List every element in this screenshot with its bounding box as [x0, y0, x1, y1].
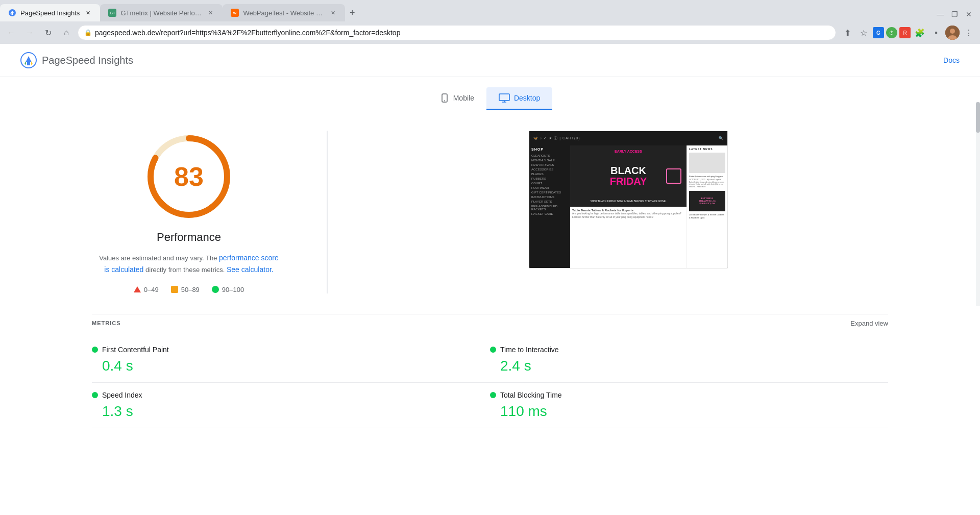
home-button[interactable]: ⌂ [59, 26, 74, 40]
screenshot-hero: EARLY ACCESS BLACK FRIDAY SHOP BLACK FRI… [570, 145, 687, 207]
metric-si-header: Speed Index [92, 391, 490, 399]
svg-text:W: W [233, 11, 237, 15]
red-triangle-icon [134, 286, 141, 292]
mobile-tab[interactable]: Mobile [428, 87, 486, 110]
hero-early-access: EARLY ACCESS [615, 150, 642, 153]
screenshot-section: 🦋 ♪ ✓ ★ ⓘ | CART(0) 🔍 SHOP CLEAROUTS MON… [369, 131, 888, 293]
metric-si-name: Speed Index [102, 391, 142, 399]
forward-button[interactable]: → [22, 26, 37, 40]
profile-avatar[interactable] [945, 26, 960, 40]
calculator-link[interactable]: See calculator. [227, 265, 274, 274]
hero-sub-text: SHOP BLACK FRIDAY NOW & SAVE BEFORE THEY… [590, 200, 666, 203]
extensions-button[interactable]: 🧩 [913, 26, 927, 40]
minimize-button[interactable]: — [935, 9, 945, 19]
menu-button[interactable]: ⋮ [962, 26, 976, 40]
screenshot-content: SHOP CLEAROUTS MONTHLY SALE NEW ARRIVALS… [529, 145, 727, 268]
scrollbar-thumb[interactable] [976, 102, 980, 133]
pagespeed-favicon [8, 9, 16, 17]
legend-range-orange: 50–89 [181, 286, 200, 293]
tab-gtmetrix[interactable]: GT GTmetrix | Website Performance ✕ [100, 4, 223, 21]
hero-text-block: BLACK FRIDAY [610, 165, 647, 187]
sidebar-item-6: RUBBERS [531, 177, 568, 180]
tab-pagespeed-close[interactable]: ✕ [84, 9, 92, 17]
tab-webpagetest-close[interactable]: ✕ [329, 9, 337, 17]
extension-globe[interactable]: G [873, 27, 884, 38]
address-text: pagespeed.web.dev/report?url=https%3A%2F… [95, 29, 400, 37]
extension-red[interactable]: R [899, 27, 911, 38]
metric-tti-value: 2.4 s [490, 358, 888, 374]
orange-square-icon [171, 286, 178, 293]
screenshot-articles-section: Table Tennis Tables & Rackets for Expert… [570, 207, 687, 237]
screenshot-site-icons: 🦋 ♪ ✓ ★ ⓘ | CART(0) [533, 136, 580, 141]
tab-pagespeed[interactable]: PageSpeed Insights ✕ [0, 4, 100, 21]
screenshot-search: 🔍 [719, 136, 723, 140]
sidebar-item-13: RACKET CARE [531, 212, 568, 215]
tab-gtmetrix-title: GTmetrix | Website Performance [120, 9, 202, 17]
metric-tbt-header: Total Blocking Time [490, 391, 888, 399]
article-text: Are you looking for high performance tab… [572, 212, 684, 218]
bookmark-button[interactable]: ☆ [856, 26, 871, 40]
metric-fcp-name: First Contentful Paint [102, 346, 169, 354]
tab-gtmetrix-close[interactable]: ✕ [206, 9, 214, 17]
psi-logo-text: PageSpeed Insights [42, 55, 133, 66]
tab-bar: PageSpeed Insights ✕ GT GTmetrix | Websi… [0, 0, 980, 21]
legend-item-orange: 50–89 [171, 286, 200, 293]
score-circle: 83 [143, 131, 235, 223]
extension-clock[interactable]: ⏱ [886, 27, 897, 38]
sidebar-item-11: PLAYER SETS [531, 200, 568, 203]
metric-tti-name: Time to Interactive [500, 346, 559, 354]
sidebar-item-10: INSTRUCTIONS [531, 195, 568, 199]
share-button[interactable]: ⬆ [840, 26, 854, 40]
main-area: 83 Performance Values are estimated and … [0, 110, 980, 314]
sidebar-item-5: BLADES [531, 173, 568, 176]
docs-link[interactable]: Docs [943, 56, 960, 64]
sidebar-item-1: CLEAROUTS [531, 154, 568, 157]
mobile-tab-label: Mobile [453, 94, 474, 102]
scrollbar[interactable] [976, 102, 980, 306]
metric-fcp: First Contentful Paint 0.4 s [92, 337, 490, 383]
performance-label: Performance [157, 231, 221, 244]
metrics-section: METRICS Expand view First Contentful Pai… [0, 314, 980, 428]
reload-button[interactable]: ↻ [41, 26, 55, 40]
news-date-1: OCTOBER 21, 2021 - My friend Logan's But… [689, 179, 725, 188]
tab-webpagetest[interactable]: W WebPageTest - Website Performa... ✕ [223, 4, 345, 21]
section-divider [327, 131, 328, 293]
sidebar-item-2: MONTHLY SALE [531, 159, 568, 162]
desktop-tab[interactable]: Desktop [486, 87, 552, 110]
lock-icon: 🔒 [84, 29, 92, 36]
expand-view-button[interactable]: Expand view [850, 320, 888, 327]
sidebar-item-4: ACCESSORIES [531, 168, 568, 171]
metrics-grid: First Contentful Paint 0.4 s Time to Int… [92, 337, 888, 428]
tab-webpagetest-title: WebPageTest - Website Performa... [243, 9, 325, 17]
metric-tti: Time to Interactive 2.4 s [490, 337, 888, 383]
news-text-2: 2023 Butterfly Open & Smash Doubles & Ha… [689, 213, 725, 218]
svg-point-8 [444, 101, 445, 102]
metric-tbt: Total Blocking Time 110 ms [490, 383, 888, 428]
screenshot-news-column: LATEST NEWS Butterfly interviews with pi… [687, 145, 727, 268]
psi-logo-icon [20, 52, 37, 68]
metric-tbt-value: 110 ms [490, 403, 888, 420]
psi-logo: PageSpeed Insights [20, 52, 133, 68]
webpagetest-favicon: W [231, 9, 239, 17]
tab-pagespeed-title: PageSpeed Insights [20, 9, 80, 17]
close-button[interactable]: ✕ [964, 9, 974, 19]
screenshot-sidebar: SHOP CLEAROUTS MONTHLY SALE NEW ARRIVALS… [529, 145, 570, 268]
news-image-2: BUTTERFLYJANUARY 14 - 15PLAIN CITY, OH [689, 191, 725, 211]
address-field[interactable]: 🔒 pagespeed.web.dev/report?url=https%3A%… [78, 25, 836, 40]
sidebar-item-12: PRE-ASSEMBLED RACKETS [531, 205, 568, 211]
latest-news-label: LATEST NEWS [689, 148, 725, 151]
sidebar-button[interactable]: ▪ [929, 26, 943, 40]
back-button[interactable]: ← [4, 26, 18, 40]
maximize-button[interactable]: ❐ [949, 9, 960, 19]
gift-box-decoration [666, 168, 681, 184]
news-text-1: Butterfly interviews with ping bloggers [689, 175, 725, 178]
score-section: 83 Performance Values are estimated and … [92, 131, 286, 293]
metric-tbt-dot [490, 392, 496, 398]
legend: 0–49 50–89 90–100 [134, 286, 244, 293]
sidebar-item-8: FOOTWEAR [531, 186, 568, 189]
screenshot-header-bar: 🦋 ♪ ✓ ★ ⓘ | CART(0) 🔍 [529, 131, 727, 145]
new-tab-button[interactable]: + [345, 6, 359, 20]
performance-description: Values are estimated and may vary. The p… [97, 252, 281, 276]
svg-point-4 [950, 29, 955, 34]
page-content: PageSpeed Insights Docs Mobile Desktop [0, 44, 980, 515]
